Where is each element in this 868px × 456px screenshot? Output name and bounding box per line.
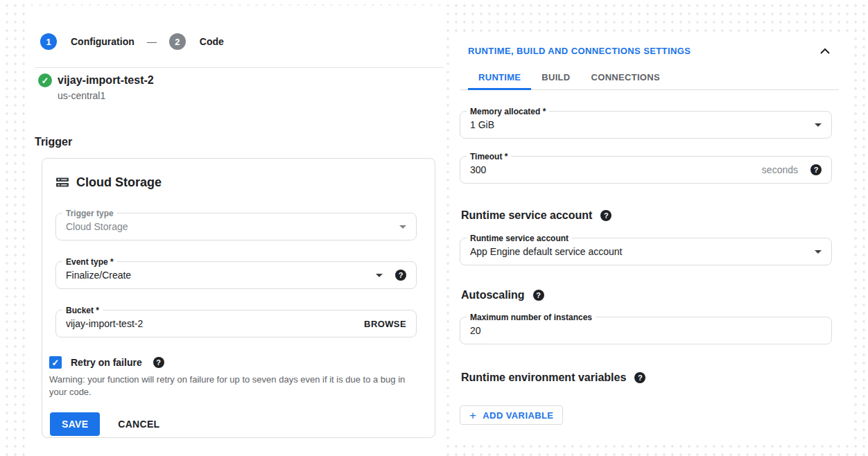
max-instances-label: Maximum number of instances <box>467 312 596 323</box>
add-variable-label: ADD VARIABLE <box>483 410 553 421</box>
env-vars-help-icon[interactable]: ? <box>634 372 645 383</box>
runtime-settings-panel: RUNTIME, BUILD AND CONNECTIONS SETTINGS … <box>451 35 849 445</box>
retry-help-icon[interactable]: ? <box>153 357 164 368</box>
form-actions: SAVE CANCEL <box>50 412 417 436</box>
stepper: 1 Configuration — 2 Code <box>40 33 444 50</box>
service-account-help-icon[interactable]: ? <box>600 210 611 221</box>
event-type-field[interactable]: Event type * Finalize/Create ? <box>55 261 417 289</box>
service-account-section-heading: Runtime service account ? <box>461 209 849 222</box>
timeout-field[interactable]: Timeout * seconds ? <box>460 156 832 184</box>
tab-build[interactable]: BUILD <box>531 67 580 90</box>
timeout-suffix: seconds <box>762 164 798 175</box>
chevron-up-icon[interactable] <box>819 48 831 54</box>
dropdown-arrow-icon <box>376 274 383 277</box>
memory-allocated-value: 1 GiB <box>470 119 494 130</box>
settings-expander-title[interactable]: RUNTIME, BUILD AND CONNECTIONS SETTINGS <box>468 46 691 56</box>
configuration-panel: 1 Configuration — 2 Code ✓ vijay-import-… <box>31 6 444 456</box>
stepper-divider <box>35 67 444 68</box>
max-instances-input[interactable] <box>470 325 822 336</box>
browse-button[interactable]: BROWSE <box>364 319 406 329</box>
cloud-storage-icon <box>55 175 69 189</box>
retry-checkbox[interactable]: ✓ <box>49 356 62 369</box>
bucket-field[interactable]: Bucket * BROWSE <box>55 310 417 337</box>
settings-tabbar: RUNTIME BUILD CONNECTIONS <box>460 67 839 90</box>
step-2-label[interactable]: Code <box>200 36 224 47</box>
save-button[interactable]: SAVE <box>50 412 100 436</box>
env-vars-section-heading: Runtime environment variables ? <box>461 371 849 385</box>
step-1-label[interactable]: Configuration <box>71 36 134 47</box>
trigger-type-field: Trigger type Cloud Storage <box>55 213 417 240</box>
settings-expander-header: RUNTIME, BUILD AND CONNECTIONS SETTINGS <box>468 44 831 57</box>
timeout-help-icon[interactable]: ? <box>810 164 822 175</box>
service-account-label: Runtime service account <box>467 233 572 244</box>
memory-allocated-field[interactable]: Memory allocated * 1 GiB <box>460 111 832 139</box>
step-separator: — <box>147 36 157 47</box>
tab-connections-label: CONNECTIONS <box>591 72 660 82</box>
trigger-type-value: Cloud Storage <box>66 221 128 232</box>
step-2-indicator[interactable]: 2 <box>169 33 186 50</box>
dropdown-arrow-icon <box>399 225 406 229</box>
trigger-type-label: Trigger type <box>62 208 117 219</box>
cloud-function-config-page: 1 Configuration — 2 Code ✓ vijay-import-… <box>0 0 868 456</box>
success-check-icon: ✓ <box>38 73 52 87</box>
event-type-help-icon[interactable]: ? <box>395 270 406 281</box>
service-account-field[interactable]: Runtime service account App Engine defau… <box>460 238 832 265</box>
tab-runtime-label: RUNTIME <box>478 72 521 82</box>
env-vars-heading-text: Runtime environment variables <box>461 371 626 384</box>
tab-runtime[interactable]: RUNTIME <box>468 67 531 90</box>
bucket-label: Bucket * <box>62 305 103 316</box>
memory-allocated-label: Memory allocated * <box>467 106 549 117</box>
function-region: us-central1 <box>58 90 444 101</box>
plus-icon: + <box>469 410 476 421</box>
add-variable-button[interactable]: + ADD VARIABLE <box>460 405 563 425</box>
bucket-input[interactable] <box>66 318 364 329</box>
function-summary: ✓ vijay-import-test-2 <box>38 73 444 87</box>
dropdown-arrow-icon <box>815 250 822 254</box>
trigger-heading: Trigger <box>35 136 444 148</box>
timeout-input[interactable] <box>470 164 756 175</box>
timeout-label: Timeout * <box>467 151 511 162</box>
trigger-card-title-row: Cloud Storage <box>55 174 417 191</box>
autoscaling-help-icon[interactable]: ? <box>533 290 544 301</box>
retry-on-failure-row: ✓ Retry on failure ? <box>49 356 417 369</box>
trigger-card-title: Cloud Storage <box>76 175 162 190</box>
tab-build-label: BUILD <box>541 72 570 82</box>
trigger-card: Cloud Storage Trigger type Cloud Storage… <box>42 158 435 438</box>
retry-warning-text: Warning: your function will retry on fai… <box>49 374 410 398</box>
service-account-value: App Engine default service account <box>470 246 622 257</box>
service-account-heading-text: Runtime service account <box>461 209 592 222</box>
dropdown-arrow-icon <box>815 123 822 127</box>
step-1-indicator[interactable]: 1 <box>40 33 57 50</box>
autoscaling-section-heading: Autoscaling ? <box>461 288 849 302</box>
cancel-button[interactable]: CANCEL <box>118 419 159 430</box>
retry-checkbox-label[interactable]: Retry on failure <box>71 357 142 368</box>
autoscaling-heading-text: Autoscaling <box>461 289 525 301</box>
event-type-value: Finalize/Create <box>66 270 131 281</box>
function-name: vijay-import-test-2 <box>58 74 154 87</box>
max-instances-field[interactable]: Maximum number of instances <box>460 317 832 344</box>
event-type-label: Event type * <box>62 256 117 268</box>
tab-connections[interactable]: CONNECTIONS <box>581 67 670 90</box>
